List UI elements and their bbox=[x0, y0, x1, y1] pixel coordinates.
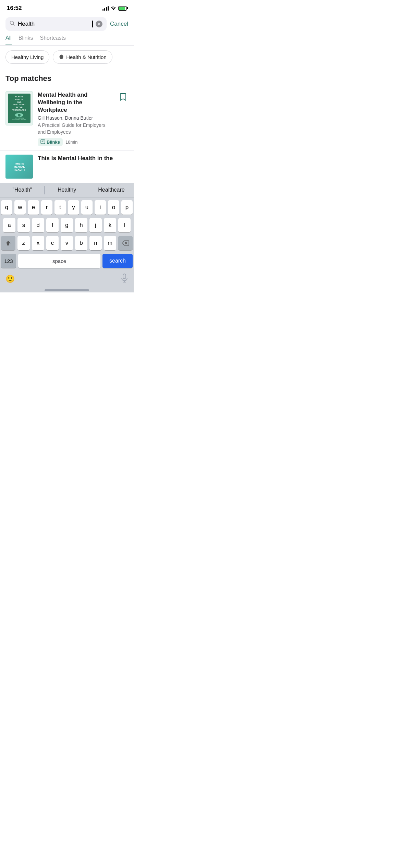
key-s[interactable]: s bbox=[17, 218, 30, 232]
key-j[interactable]: j bbox=[89, 218, 102, 232]
autocomplete-item-2[interactable]: Healthy bbox=[45, 183, 89, 197]
book-cover-1: MENTAL HEALTH AND WELLBEING IN THE WORKP… bbox=[5, 91, 33, 125]
blinks-label: Blinks bbox=[47, 140, 60, 145]
search-bar[interactable]: Health ✕ bbox=[5, 17, 107, 31]
chip-label-healthy-living: Healthy Living bbox=[11, 54, 44, 60]
bookmark-button-1[interactable] bbox=[118, 91, 128, 104]
autocomplete-bar: "Health" Healthy Healthcare bbox=[0, 183, 134, 197]
key-v[interactable]: v bbox=[61, 236, 73, 250]
tabs-bar: All Blinks Shortcasts bbox=[0, 34, 134, 46]
chips-container: Healthy Living Health & Nutrition bbox=[0, 46, 134, 69]
key-n[interactable]: n bbox=[89, 236, 102, 250]
cover-line2: HEALTH bbox=[15, 98, 23, 100]
svg-point-2 bbox=[60, 55, 63, 59]
space-key[interactable]: space bbox=[18, 254, 100, 268]
blinks-badge-1: Blinks bbox=[38, 138, 63, 146]
status-icons bbox=[102, 5, 127, 11]
key-c[interactable]: c bbox=[46, 236, 59, 250]
cover-line6: WORKPLACE bbox=[12, 109, 26, 111]
chip-label-health-nutrition: Health & Nutrition bbox=[66, 54, 107, 60]
wifi-icon bbox=[111, 5, 116, 11]
space-label: space bbox=[52, 258, 66, 264]
key-m[interactable]: m bbox=[104, 236, 116, 250]
cover-line3: AND bbox=[17, 101, 22, 103]
key-a[interactable]: a bbox=[3, 218, 15, 232]
emoji-mic-row: 🙂 bbox=[0, 272, 134, 287]
search-input[interactable]: Health bbox=[18, 21, 89, 27]
key-g[interactable]: g bbox=[61, 218, 73, 232]
clear-button[interactable]: ✕ bbox=[96, 21, 102, 27]
chip-healthy-living[interactable]: Healthy Living bbox=[5, 50, 49, 64]
book-card-2[interactable]: THIS ISMENTALHEALTH This Is Mental Healt… bbox=[0, 150, 134, 183]
apple-icon bbox=[59, 53, 64, 61]
key-q[interactable]: q bbox=[1, 200, 12, 215]
blinks-badge-icon bbox=[40, 139, 45, 145]
emoji-button[interactable]: 🙂 bbox=[5, 275, 15, 284]
svg-line-1 bbox=[13, 24, 15, 26]
cancel-button[interactable]: Cancel bbox=[110, 21, 128, 27]
status-bar: 16:52 bbox=[0, 0, 134, 14]
key-z[interactable]: z bbox=[17, 236, 30, 250]
signal-icon bbox=[102, 6, 109, 11]
tab-all[interactable]: All bbox=[5, 35, 12, 45]
delete-key[interactable] bbox=[118, 236, 133, 250]
book-title-1: Mental Health and Wellbeing in the Workp… bbox=[38, 91, 113, 114]
keyboard-row-3: z x c v b n m bbox=[1, 236, 133, 250]
numbers-key[interactable]: 123 bbox=[1, 254, 16, 268]
tab-blinks[interactable]: Blinks bbox=[19, 35, 33, 45]
cover-line5: IN THE bbox=[16, 106, 23, 108]
text-cursor bbox=[92, 21, 93, 27]
microphone-button[interactable] bbox=[121, 274, 128, 285]
section-title-top-matches: Top matches bbox=[0, 69, 134, 87]
home-bar bbox=[45, 289, 89, 291]
cover-line1: MENTAL bbox=[15, 96, 24, 98]
search-icon bbox=[10, 21, 15, 27]
key-r[interactable]: r bbox=[41, 200, 52, 215]
key-d[interactable]: d bbox=[32, 218, 44, 232]
key-p[interactable]: p bbox=[121, 200, 133, 215]
keyboard-row-2: a s d f g h j k l bbox=[1, 218, 133, 232]
book-card-1[interactable]: MENTAL HEALTH AND WELLBEING IN THE WORKP… bbox=[0, 87, 134, 150]
tab-shortcasts[interactable]: Shortcasts bbox=[40, 35, 66, 45]
key-k[interactable]: k bbox=[104, 218, 116, 232]
shift-key[interactable] bbox=[1, 236, 15, 250]
key-x[interactable]: x bbox=[32, 236, 44, 250]
search-container: Health ✕ Cancel bbox=[0, 14, 134, 34]
home-indicator bbox=[0, 287, 134, 292]
book-cover-2: THIS ISMENTALHEALTH bbox=[5, 155, 33, 179]
book-meta-1: Blinks 18min bbox=[38, 138, 113, 146]
numbers-label: 123 bbox=[4, 258, 13, 264]
cover-line4: WELLBEING bbox=[13, 104, 25, 106]
key-u[interactable]: u bbox=[81, 200, 93, 215]
book-info-1: Mental Health and Wellbeing in the Workp… bbox=[38, 91, 113, 146]
status-time: 16:52 bbox=[7, 5, 22, 12]
book-description-1: A Practical Guide for Employers and Empl… bbox=[38, 122, 113, 135]
key-i[interactable]: i bbox=[95, 200, 106, 215]
key-t[interactable]: t bbox=[54, 200, 66, 215]
autocomplete-item-1[interactable]: "Health" bbox=[0, 183, 45, 197]
search-label: search bbox=[109, 258, 126, 264]
book-cover-2-inner: THIS ISMENTALHEALTH bbox=[12, 161, 26, 173]
search-key[interactable]: search bbox=[102, 254, 133, 268]
book-duration-1: 18min bbox=[65, 140, 77, 145]
key-h[interactable]: h bbox=[75, 218, 87, 232]
key-y[interactable]: y bbox=[68, 200, 79, 215]
key-w[interactable]: w bbox=[14, 200, 26, 215]
autocomplete-item-3[interactable]: Healthcare bbox=[89, 183, 134, 197]
battery-icon bbox=[118, 6, 127, 11]
svg-rect-6 bbox=[123, 274, 126, 279]
book-title-2: This Is Mental Health in the bbox=[38, 155, 128, 162]
key-o[interactable]: o bbox=[108, 200, 119, 215]
book-authors-1: Gill Hasson, Donna Butler bbox=[38, 115, 113, 121]
keyboard-row-4: 123 space search bbox=[1, 254, 133, 268]
book-info-2: This Is Mental Health in the bbox=[38, 155, 128, 162]
key-f[interactable]: f bbox=[46, 218, 59, 232]
key-l[interactable]: l bbox=[118, 218, 131, 232]
keyboard-row-1: q w e r t y u i o p bbox=[1, 200, 133, 215]
chip-health-nutrition[interactable]: Health & Nutrition bbox=[53, 50, 112, 64]
keyboard: q w e r t y u i o p a s d f g h j k l z … bbox=[0, 197, 134, 272]
key-b[interactable]: b bbox=[75, 236, 87, 250]
key-e[interactable]: e bbox=[28, 200, 39, 215]
